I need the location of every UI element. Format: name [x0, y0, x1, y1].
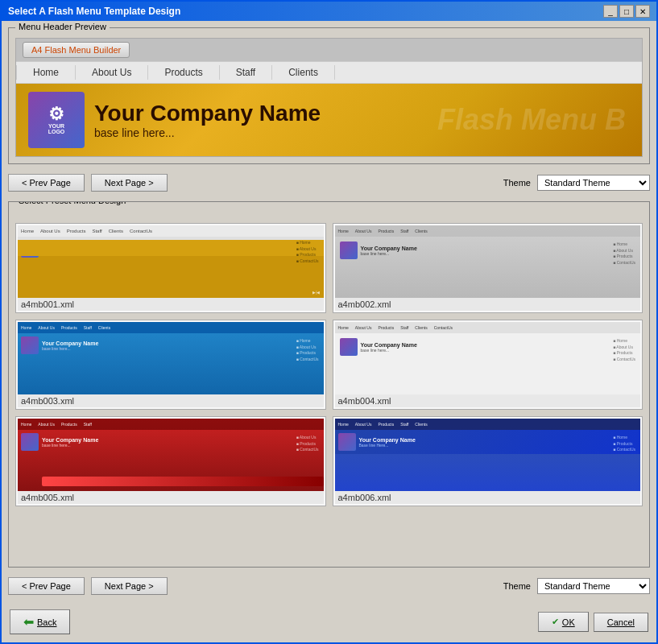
mini-logo-6 [338, 433, 356, 451]
window-title: Select A Flash Menu Template Design [8, 6, 180, 17]
nav-products: Products [148, 65, 219, 80]
mini-banner-3: Your Company Name base line here... ■ Ho… [18, 333, 324, 357]
ok-button[interactable]: ✔ OK [538, 612, 589, 632]
logo-box: ⚙ YOUR LOGO [28, 92, 85, 148]
preset-thumbnail-2: HomeAbout UsProductsStaffClients Your Co… [335, 225, 641, 298]
back-button[interactable]: ⬅ Back [10, 609, 70, 634]
banner-title: Your Company Name [94, 101, 321, 126]
checkmark-icon: ✔ [552, 617, 559, 627]
mini-logo-2 [340, 242, 358, 259]
mini-nav-2: HomeAbout UsProductsStaffClients [335, 225, 641, 237]
mini-banner-5: Your Company Name base line here... ■ Ab… [18, 430, 324, 454]
mini-logo-5 [21, 433, 39, 451]
preset-label-6: a4mb006.xml [335, 491, 641, 504]
preset-item-5[interactable]: HomeAbout UsProductsStaff Your Company N… [15, 416, 326, 506]
gear-icon: ⚙ [48, 105, 64, 123]
mini-text-1: Your Company Name base line here... [42, 244, 98, 254]
preset-label-3: a4mb003.xml [18, 394, 324, 407]
preset-label-2: a4mb002.xml [335, 298, 641, 311]
preset-menu-group: Select Preset Menu Design HomeAbout UsPr… [8, 201, 650, 568]
nav-home: Home [16, 65, 76, 80]
minimize-button[interactable]: _ [603, 5, 618, 18]
cancel-button[interactable]: Cancel [594, 613, 648, 632]
mini-logo-1 [21, 240, 39, 258]
preset-item-3[interactable]: HomeAbout UsProductsStaffClients Your Co… [15, 320, 326, 410]
preset-grid: HomeAbout UsProductsStaffClientsContactU… [15, 223, 643, 506]
theme-label-bottom: Theme [503, 581, 531, 591]
footer-bar: ⬅ Back ✔ OK Cancel [8, 605, 650, 636]
title-bar-controls: _ □ ✕ [603, 5, 650, 18]
preset-menu-label: Select Preset Menu Design [15, 201, 129, 205]
flash-menu-builder-button[interactable]: A4 Flash Menu Builder [23, 42, 130, 58]
main-window: Select A Flash Menu Template Design _ □ … [0, 0, 658, 644]
menu-header-preview-group: Menu Header Preview A4 Flash Menu Builde… [8, 27, 650, 164]
preset-thumbnail-5: HomeAbout UsProductsStaff Your Company N… [18, 419, 324, 491]
preset-thumbnail-4: HomeAbout UsProductsStaffClientsContactU… [335, 322, 641, 394]
mini-nav-4: HomeAbout UsProductsStaffClientsContactU… [335, 322, 641, 333]
theme-label-top: Theme [503, 178, 531, 188]
maximize-button[interactable]: □ [619, 5, 634, 18]
nav-clients: Clients [272, 65, 335, 80]
preset-thumbnail-1: HomeAbout UsProductsStaffClientsContactU… [18, 225, 324, 298]
top-nav-row: < Prev Page Next Page > Theme Standard T… [8, 174, 650, 192]
next-page-button-top[interactable]: Next Page > [91, 174, 168, 192]
logo-line1: YOUR [48, 123, 64, 129]
preset-thumbnail-3: HomeAbout UsProductsStaffClients Your Co… [18, 322, 324, 394]
ok-label: OK [562, 617, 575, 627]
preview-banner: ⚙ YOUR LOGO Your Company Name base line … [16, 84, 642, 156]
mini-nav-3: HomeAbout UsProductsStaffClients [18, 322, 324, 333]
menu-preview-inner: A4 Flash Menu Builder Home About Us Prod… [15, 38, 643, 157]
mini-text-2: Your Company Name base line here... [361, 246, 417, 256]
next-page-button-bottom[interactable]: Next Page > [91, 577, 168, 595]
close-button[interactable]: ✕ [635, 5, 650, 18]
bottom-nav-row: < Prev Page Next Page > Theme Standard T… [8, 577, 650, 595]
preset-label-5: a4mb005.xml [18, 491, 324, 504]
preview-nav-bar: Home About Us Products Staff Clients [16, 61, 642, 84]
flash-menu-bar: A4 Flash Menu Builder [16, 39, 642, 61]
footer-right: ✔ OK Cancel [538, 612, 648, 632]
theme-select-bottom[interactable]: Standard Theme Blue Theme Red Theme Gree… [537, 578, 650, 594]
mini-logo-3 [21, 336, 39, 354]
nav-about: About Us [76, 65, 148, 80]
back-label: Back [37, 617, 56, 627]
preset-item-2[interactable]: HomeAbout UsProductsStaffClients Your Co… [333, 223, 644, 313]
preset-item-1[interactable]: HomeAbout UsProductsStaffClientsContactU… [15, 223, 326, 313]
mini-nav-1: HomeAbout UsProductsStaffClientsContactU… [18, 225, 324, 237]
mini-banner-1: Your Company Name base line here... ■ Ho… [18, 237, 324, 261]
mini-text-4: Your Company Name base line here... [361, 342, 417, 353]
menu-header-preview-label: Menu Header Preview [15, 22, 110, 31]
footer-left: ⬅ Back [10, 609, 70, 634]
mini-nav-5: HomeAbout UsProductsStaff [18, 419, 324, 430]
cancel-label: Cancel [607, 617, 635, 627]
mini-text-3: Your Company Name base line here... [42, 341, 98, 351]
mini-nav-6: HomeAbout UsProductsStaffClients [335, 419, 641, 430]
prev-page-button-bottom[interactable]: < Prev Page [8, 577, 85, 595]
preset-label-4: a4mb004.xml [335, 394, 641, 407]
preset-item-6[interactable]: HomeAbout UsProductsStaffClients Your Co… [333, 416, 644, 506]
logo-line2: LOGO [48, 129, 65, 134]
mini-banner-4: Your Company Name base line here... ■ Ho… [335, 333, 641, 361]
mini-banner-6: Your Company Name Base line Here... ■ Ho… [335, 430, 641, 454]
back-arrow-icon: ⬅ [23, 614, 34, 630]
preset-item-4[interactable]: HomeAbout UsProductsStaffClientsContactU… [333, 320, 644, 410]
banner-subtitle: base line here... [94, 126, 321, 139]
title-bar: Select A Flash Menu Template Design _ □ … [2, 2, 656, 21]
theme-select-top[interactable]: Standard Theme Blue Theme Red Theme Gree… [537, 175, 650, 191]
preset-thumbnail-6: HomeAbout UsProductsStaffClients Your Co… [335, 419, 641, 491]
banner-text: Your Company Name base line here... [94, 101, 321, 139]
window-body: Menu Header Preview A4 Flash Menu Builde… [2, 21, 656, 642]
mini-banner-2: Your Company Name base line here... ■ Ho… [335, 237, 641, 264]
mini-text-5: Your Company Name base line here... [42, 437, 98, 448]
preset-label-1: a4mb001.xml [18, 298, 324, 311]
mini-logo-4 [340, 338, 358, 356]
nav-staff: Staff [220, 65, 272, 80]
mini-text-6: Your Company Name Base line Here... [359, 437, 416, 448]
prev-page-button-top[interactable]: < Prev Page [8, 174, 85, 192]
